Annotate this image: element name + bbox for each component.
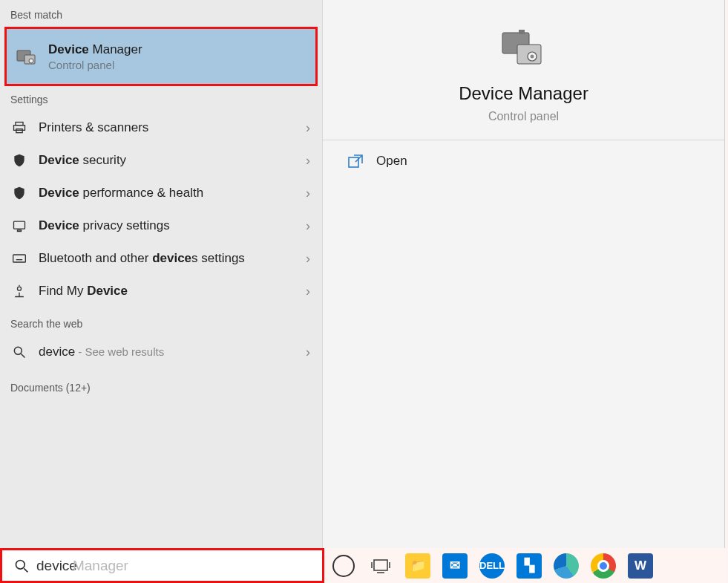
file-explorer-icon[interactable]: 📁	[403, 551, 433, 581]
svg-point-20	[530, 55, 534, 59]
section-settings: Settings	[0, 91, 322, 111]
settings-item-bluetooth[interactable]: Bluetooth and other devices settings ›	[0, 242, 322, 275]
settings-item-device-performance[interactable]: Device performance & health ›	[0, 177, 322, 209]
edge-icon[interactable]	[551, 551, 581, 581]
item-bold: Device	[39, 186, 79, 200]
section-web: Search the web	[0, 315, 322, 336]
search-icon	[14, 558, 29, 573]
svg-rect-6	[14, 221, 25, 229]
chevron-right-icon: ›	[306, 120, 310, 136]
action-label: Open	[376, 154, 407, 169]
item-rest: s settings	[191, 251, 245, 265]
item-pre: Find My	[39, 284, 87, 298]
best-subtitle: Control panel	[48, 59, 142, 71]
svg-rect-5	[16, 129, 22, 133]
device-manager-icon	[16, 45, 39, 68]
best-match-result[interactable]: Device Manager Control panel	[4, 27, 318, 86]
mail-icon[interactable]: ✉	[440, 551, 470, 581]
svg-rect-21	[519, 30, 525, 34]
chevron-right-icon: ›	[306, 153, 310, 169]
search-bar[interactable]: device Manager	[0, 548, 324, 583]
chevron-right-icon: ›	[306, 186, 310, 201]
cortana-icon[interactable]	[329, 551, 358, 581]
detail-header: Device Manager Control panel	[323, 0, 724, 140]
svg-line-16	[22, 354, 25, 358]
item-label: Printers & scanners	[39, 120, 148, 134]
open-icon	[348, 154, 363, 168]
word-icon[interactable]: W	[626, 551, 655, 581]
search-icon	[10, 345, 28, 359]
svg-line-24	[24, 568, 27, 572]
svg-rect-8	[13, 255, 26, 262]
best-title-bold: Device	[48, 42, 89, 56]
location-icon	[10, 284, 28, 299]
chrome-icon[interactable]	[588, 551, 618, 581]
item-rest: security	[79, 153, 126, 167]
item-bold: Device	[87, 284, 128, 298]
best-title-rest: Manager	[89, 42, 142, 56]
device-manager-large-icon	[498, 27, 550, 70]
chevron-right-icon: ›	[306, 345, 310, 360]
svg-rect-7	[18, 230, 22, 232]
settings-item-device-security[interactable]: Device security ›	[0, 144, 322, 177]
task-view-icon[interactable]	[366, 551, 396, 581]
shield-icon	[10, 186, 28, 201]
section-documents: Documents (12+)	[0, 379, 322, 400]
printer-icon	[10, 120, 28, 135]
best-match-text: Device Manager Control panel	[48, 42, 142, 71]
svg-point-23	[16, 560, 25, 569]
settings-item-find-my-device[interactable]: Find My Device ›	[0, 275, 322, 307]
keyboard-icon	[10, 251, 28, 266]
taskbar: 📁 ✉ DELL ▚ W	[324, 548, 726, 583]
item-rest: privacy settings	[79, 218, 170, 232]
action-open[interactable]: Open	[323, 140, 724, 182]
dell-icon[interactable]: DELL	[477, 551, 507, 581]
web-search-item[interactable]: device - See web results ›	[0, 336, 322, 368]
chevron-right-icon: ›	[306, 284, 310, 299]
settings-item-printers[interactable]: Printers & scanners ›	[0, 111, 322, 144]
detail-title: Device Manager	[459, 83, 588, 104]
item-bold: Device	[39, 153, 79, 167]
chevron-right-icon: ›	[306, 218, 310, 234]
svg-point-15	[14, 347, 22, 354]
web-suffix: - See web results	[75, 345, 164, 358]
privacy-icon	[10, 218, 28, 233]
item-bold: Device	[39, 218, 79, 232]
detail-pane: Device Manager Control panel Open	[323, 0, 724, 550]
item-rest: performance & health	[79, 186, 203, 200]
office-icon[interactable]: ▚	[514, 551, 544, 581]
detail-subtitle: Control panel	[488, 110, 559, 123]
chevron-right-icon: ›	[306, 251, 310, 267]
item-bold: device	[152, 251, 191, 265]
start-search-panel: Best match Device Manager Control panel …	[0, 0, 725, 550]
svg-rect-22	[349, 157, 358, 167]
svg-rect-25	[374, 560, 387, 570]
results-column: Best match Device Manager Control panel …	[0, 0, 323, 550]
section-best-match: Best match	[0, 6, 322, 27]
item-pre: Bluetooth and other	[39, 251, 152, 265]
web-query: device	[39, 345, 75, 359]
svg-point-14	[18, 287, 22, 290]
search-input[interactable]	[35, 557, 316, 575]
shield-icon	[10, 153, 28, 168]
settings-item-device-privacy[interactable]: Device privacy settings ›	[0, 209, 322, 242]
svg-point-2	[29, 59, 33, 63]
